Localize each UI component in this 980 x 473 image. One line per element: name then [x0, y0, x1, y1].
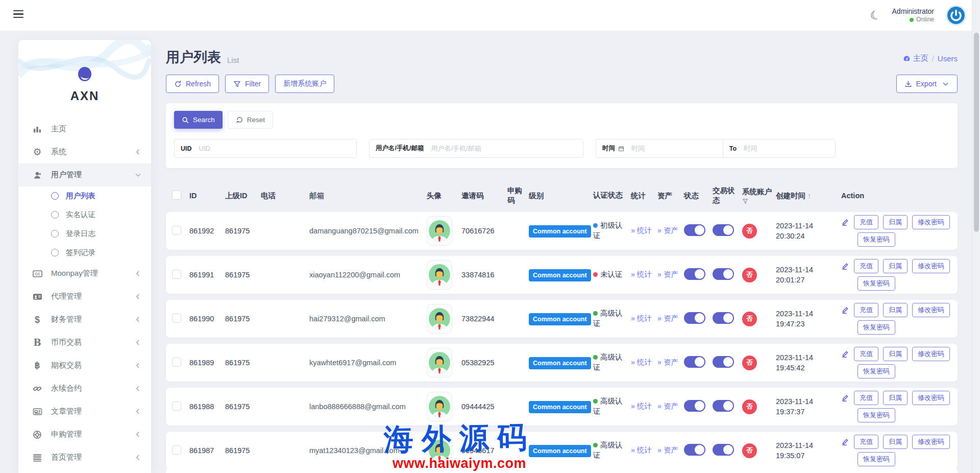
sidebar-item-8[interactable]: 永续合约	[18, 377, 151, 400]
trade-status-toggle[interactable]	[713, 356, 734, 368]
sidebar-item-2[interactable]: 用户管理	[18, 163, 151, 186]
stats-link[interactable]: » 统计	[631, 314, 652, 324]
stats-link[interactable]: » 统计	[631, 401, 652, 412]
status-toggle[interactable]	[684, 356, 705, 368]
edit-icon[interactable]	[841, 218, 849, 226]
belong-button[interactable]: 归属	[883, 259, 908, 273]
edit-icon[interactable]	[841, 438, 849, 446]
status-toggle[interactable]	[684, 444, 705, 456]
assets-link[interactable]: » 资产	[657, 445, 678, 456]
breadcrumb-home-link[interactable]: 主页	[903, 54, 928, 63]
change-password-button[interactable]: 修改密码	[912, 259, 950, 273]
trade-status-toggle[interactable]	[713, 444, 734, 456]
row-checkbox[interactable]	[172, 270, 181, 279]
recharge-button[interactable]: 充值	[854, 347, 878, 361]
status-toggle[interactable]	[684, 400, 705, 412]
row-checkbox[interactable]	[172, 358, 181, 367]
scrollbar-thumb[interactable]	[974, 33, 979, 232]
assets-link[interactable]: » 资产	[657, 401, 678, 412]
sidebar-item-3[interactable]: CC Moonpay管理	[18, 262, 151, 285]
recharge-button[interactable]: 充值	[854, 259, 878, 273]
change-password-button[interactable]: 修改密码	[912, 303, 950, 317]
edit-icon[interactable]	[841, 306, 849, 314]
hamburger-menu-icon[interactable]	[13, 10, 23, 20]
restore-password-button[interactable]: 恢复密码	[857, 408, 895, 422]
moon-icon[interactable]: ☾	[869, 8, 883, 22]
user-block[interactable]: Administrator Online	[892, 7, 934, 24]
restore-password-button[interactable]: 恢复密码	[857, 452, 895, 466]
edit-icon[interactable]	[841, 350, 849, 358]
restore-password-button[interactable]: 恢复密码	[857, 276, 895, 291]
sidebar-item-1[interactable]: ⚙ 系统	[18, 140, 151, 163]
row-checkbox[interactable]	[172, 445, 181, 455]
sidebar-subitem[interactable]: 实名认证	[18, 205, 151, 224]
stats-link[interactable]: » 统计	[631, 270, 652, 280]
recharge-button[interactable]: 充值	[854, 215, 878, 229]
stats-link[interactable]: » 统计	[631, 445, 652, 456]
recharge-button[interactable]: 充值	[854, 303, 878, 317]
sidebar-item-7[interactable]: ฿ 期权交易	[18, 354, 151, 377]
filter-button[interactable]: Filter	[225, 75, 269, 93]
change-password-button[interactable]: 修改密码	[912, 347, 950, 361]
row-checkbox[interactable]	[172, 314, 181, 323]
sidebar-item-0[interactable]: 主页	[18, 117, 151, 140]
breadcrumb-current[interactable]: Users	[938, 54, 958, 63]
trade-status-toggle[interactable]	[713, 268, 734, 280]
edit-icon[interactable]	[841, 394, 849, 402]
recharge-button[interactable]: 充值	[854, 391, 878, 405]
uid-input[interactable]	[198, 139, 356, 157]
sidebar-item-12[interactable]: 配置管理	[18, 469, 151, 473]
change-password-button[interactable]: 修改密码	[912, 391, 950, 405]
trade-status-toggle[interactable]	[713, 224, 734, 236]
scrollbar[interactable]	[972, 0, 980, 473]
sidebar-item-11[interactable]: 首页管理	[18, 446, 151, 469]
sidebar-item-6[interactable]: B 币币交易	[18, 331, 151, 354]
assets-link[interactable]: » 资产	[657, 358, 678, 368]
edit-icon[interactable]	[841, 262, 849, 270]
assets-link[interactable]: » 资产	[657, 314, 678, 324]
restore-password-button[interactable]: 恢复密码	[857, 364, 895, 379]
time-from-input[interactable]	[630, 139, 723, 157]
belong-button[interactable]: 归属	[883, 215, 908, 229]
status-toggle[interactable]	[684, 224, 705, 236]
column-filter-icon[interactable]	[742, 198, 773, 204]
sidebar-item-9[interactable]: 文章管理	[18, 400, 151, 423]
stats-link[interactable]: » 统计	[631, 358, 652, 368]
row-checkbox[interactable]	[172, 401, 181, 411]
export-button[interactable]: Export	[896, 75, 958, 93]
change-password-button[interactable]: 修改密码	[912, 215, 950, 229]
power-avatar-icon[interactable]	[945, 5, 967, 26]
sidebar-item-4[interactable]: 代理管理	[18, 285, 151, 308]
belong-button[interactable]: 归属	[883, 347, 908, 361]
search-button[interactable]: Search	[174, 111, 223, 129]
belong-button[interactable]: 归属	[883, 435, 908, 449]
sidebar-subitem[interactable]: 签到记录	[18, 243, 151, 262]
status-toggle[interactable]	[684, 312, 705, 324]
belong-button[interactable]: 归属	[883, 303, 908, 317]
brand[interactable]: AXN	[18, 40, 151, 103]
select-all-checkbox[interactable]	[172, 191, 181, 200]
status-toggle[interactable]	[684, 268, 705, 280]
refresh-button[interactable]: Refresh	[166, 75, 219, 93]
trade-status-toggle[interactable]	[713, 312, 734, 324]
stats-link[interactable]: » 统计	[631, 226, 652, 236]
sidebar-subitem[interactable]: 登录日志	[18, 224, 151, 243]
assets-link[interactable]: » 资产	[657, 270, 678, 280]
trade-status-toggle[interactable]	[713, 400, 734, 412]
assets-link[interactable]: » 资产	[657, 226, 678, 236]
restore-password-button[interactable]: 恢复密码	[857, 232, 895, 247]
row-checkbox[interactable]	[172, 226, 181, 235]
recharge-button[interactable]: 充值	[854, 435, 878, 449]
belong-button[interactable]: 归属	[883, 391, 908, 405]
sidebar-item-10[interactable]: 申购管理	[18, 423, 151, 446]
change-password-button[interactable]: 修改密码	[912, 435, 950, 449]
chevron-icon	[134, 171, 142, 179]
user-filter-input[interactable]	[430, 139, 583, 157]
restore-password-button[interactable]: 恢复密码	[857, 320, 895, 335]
header-created-at[interactable]: 创建时间↑	[776, 191, 841, 201]
add-system-account-button[interactable]: 新增系统账户	[275, 75, 334, 93]
sidebar-item-5[interactable]: $ 财务管理	[18, 308, 151, 331]
reset-button[interactable]: Reset	[228, 111, 273, 129]
sidebar-subitem[interactable]: 用户列表	[18, 186, 151, 205]
time-to-input[interactable]	[743, 139, 835, 157]
